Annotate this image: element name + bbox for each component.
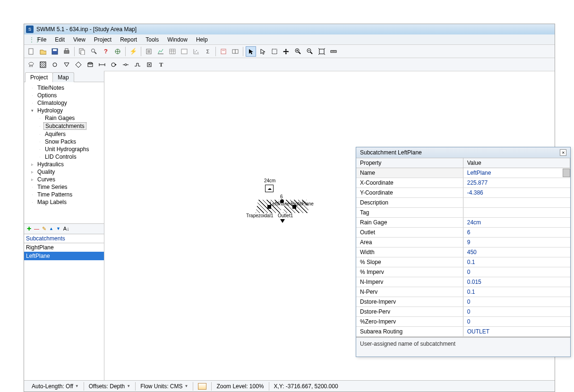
outlet-tool-icon[interactable] — [144, 60, 154, 70]
property-value[interactable]: 0 — [463, 297, 570, 307]
property-value[interactable]: -4.386 — [463, 188, 570, 198]
down-icon[interactable]: ▼ — [56, 226, 60, 231]
close-icon[interactable]: ✕ — [560, 149, 566, 156]
run-icon[interactable]: ⚡ — [128, 46, 138, 57]
tree-item[interactable]: ·Title/Notes — [25, 84, 103, 92]
project-tree[interactable]: ·Title/Notes·Options·Climatology▾Hydrolo… — [24, 82, 104, 223]
tree-item[interactable]: ·Options — [25, 92, 103, 99]
open-icon[interactable] — [38, 46, 48, 57]
menu-edit[interactable]: Edit — [51, 35, 69, 44]
outfall-node[interactable] — [280, 219, 285, 223]
table-icon[interactable] — [167, 46, 178, 57]
measure-icon[interactable] — [328, 46, 339, 57]
property-value[interactable]: 0.1 — [463, 257, 570, 267]
subcatchment-tool-icon[interactable] — [38, 60, 48, 70]
property-value[interactable]: 0.1 — [463, 287, 570, 297]
menu-help[interactable]: Help — [192, 35, 212, 44]
tree-item[interactable]: ▾Hydrology — [25, 107, 103, 114]
pump-tool-icon[interactable] — [109, 60, 119, 70]
object-list[interactable]: RightPlaneLeftPlane — [24, 243, 104, 381]
list-item[interactable]: RightPlane — [24, 243, 104, 252]
tree-item[interactable]: ·Time Series — [25, 183, 103, 191]
svg-rect-4 — [65, 49, 68, 51]
new-icon[interactable] — [26, 46, 36, 57]
up-icon[interactable]: ▲ — [49, 226, 53, 231]
tree-item[interactable]: ·Snow Packs — [25, 138, 103, 145]
junction-tool-icon[interactable] — [50, 60, 60, 70]
menu-view[interactable]: View — [69, 35, 89, 44]
sort-icon[interactable]: A↓ — [63, 226, 69, 231]
options-icon[interactable] — [218, 46, 229, 57]
scrollbar-thumb[interactable] — [563, 169, 570, 177]
property-description: User-assigned name of subcatchment — [356, 337, 570, 357]
zoom-out-icon[interactable] — [305, 46, 315, 57]
property-value[interactable] — [463, 208, 570, 218]
full-extent-icon[interactable] — [317, 46, 327, 57]
property-value[interactable]: 6 — [463, 228, 570, 238]
property-value[interactable]: LeftPlane — [463, 168, 570, 178]
tree-item[interactable]: ·Aquifers — [25, 130, 103, 138]
select-arrow-icon[interactable] — [246, 46, 256, 57]
property-value[interactable]: 0 — [463, 267, 570, 277]
tree-item[interactable]: ·LID Controls — [25, 153, 103, 161]
property-value[interactable]: 9 — [463, 238, 570, 247]
conduit-tool-icon[interactable] — [97, 60, 107, 70]
tree-item[interactable]: ·Subcatchments — [25, 122, 103, 130]
label-tool-icon[interactable]: T — [156, 60, 166, 70]
raingage-icon[interactable]: ☁ — [265, 185, 274, 192]
tree-item[interactable]: ·Unit Hydrographs — [25, 145, 103, 153]
vertex-select-icon[interactable] — [257, 46, 268, 57]
property-value[interactable]: 24cm — [463, 218, 570, 228]
outfall-tool-icon[interactable] — [61, 60, 72, 70]
report-status-icon[interactable] — [144, 46, 154, 57]
orifice-tool-icon[interactable] — [120, 60, 131, 70]
legends-icon[interactable] — [230, 46, 240, 57]
stats-icon[interactable]: Σ — [203, 46, 213, 57]
find-icon[interactable] — [89, 46, 99, 57]
select-region-icon[interactable] — [269, 46, 280, 57]
menu-file[interactable]: File — [34, 35, 50, 44]
property-value[interactable]: 450 — [463, 247, 570, 257]
status-flow-units[interactable]: Flow Units: CMS▼ — [136, 382, 193, 391]
menu-report[interactable]: Report — [116, 35, 141, 44]
tab-map[interactable]: Map — [52, 72, 74, 82]
query-icon[interactable]: ? — [101, 46, 111, 57]
delete-icon[interactable]: — — [34, 226, 39, 231]
status-auto-length[interactable]: Auto-Length: Off▼ — [27, 382, 84, 391]
tab-project[interactable]: Project — [25, 72, 53, 82]
tree-item[interactable]: ·Map Labels — [25, 198, 103, 206]
menu-window[interactable]: Window — [163, 35, 191, 44]
weir-tool-icon[interactable] — [132, 60, 143, 70]
list-item[interactable]: LeftPlane — [24, 252, 104, 260]
copy-icon[interactable] — [77, 46, 87, 57]
edit-icon[interactable]: ✎ — [42, 226, 46, 232]
storage-tool-icon[interactable] — [85, 60, 95, 70]
property-value[interactable]: 225.877 — [463, 178, 570, 188]
status-offsets[interactable]: Offsets: Depth▼ — [84, 382, 136, 391]
left-plane-label: LeftPlane — [270, 201, 290, 206]
menu-project[interactable]: Project — [90, 35, 115, 44]
tree-item[interactable]: ▹Quality — [25, 168, 103, 176]
scatter-icon[interactable] — [191, 46, 201, 57]
tree-item[interactable]: ▹Hydraulics — [25, 161, 103, 168]
menu-tools[interactable]: Tools — [142, 35, 163, 44]
tree-item[interactable]: ▹Curves — [25, 176, 103, 183]
raingage-tool-icon[interactable] — [26, 60, 36, 70]
add-icon[interactable]: ✚ — [27, 226, 31, 232]
property-value[interactable]: 0.015 — [463, 277, 570, 287]
divider-tool-icon[interactable] — [73, 60, 84, 70]
profile-icon[interactable] — [179, 46, 189, 57]
tree-item[interactable]: ·Rain Gages — [25, 114, 103, 122]
property-value[interactable]: 0 — [463, 307, 570, 317]
property-value[interactable]: 0 — [463, 317, 570, 327]
pan-icon[interactable] — [281, 46, 291, 57]
print-icon[interactable] — [61, 46, 72, 57]
property-value[interactable] — [463, 198, 570, 208]
zoom-in-icon[interactable] — [293, 46, 303, 57]
graph-icon[interactable] — [155, 46, 166, 57]
save-icon[interactable] — [50, 46, 60, 57]
tree-item[interactable]: ·Time Patterns — [25, 191, 103, 198]
property-value[interactable]: OUTLET — [463, 327, 570, 337]
overview-icon[interactable] — [112, 46, 123, 57]
tree-item[interactable]: ·Climatology — [25, 99, 103, 107]
